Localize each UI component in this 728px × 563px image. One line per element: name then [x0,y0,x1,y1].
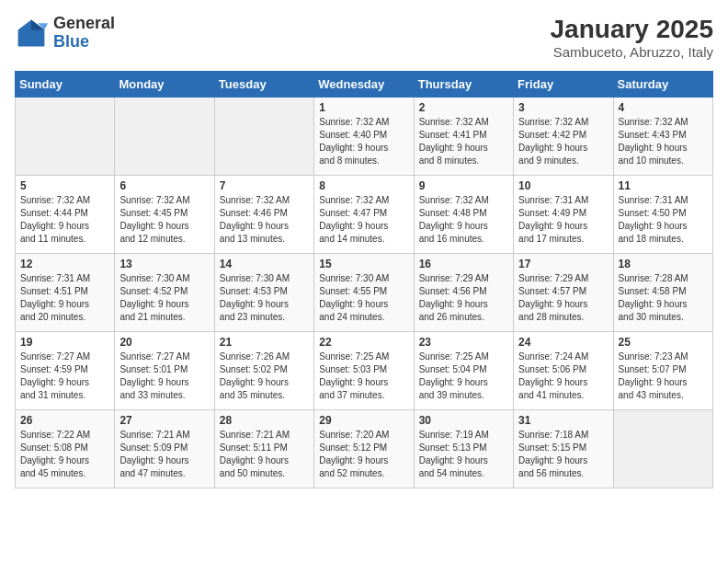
calendar-empty-cell [613,410,712,488]
calendar-header-row: SundayMondayTuesdayWednesdayThursdayFrid… [16,72,713,98]
day-number: 7 [220,179,309,192]
day-number: 29 [319,414,408,427]
day-number: 6 [119,179,209,192]
day-number: 5 [20,179,109,192]
day-number: 22 [319,336,408,349]
day-info-text: Sunrise: 7:32 AM Sunset: 4:43 PM Dayligh… [619,116,708,167]
day-number: 20 [119,336,209,349]
weekday-header-thursday: Thursday [414,72,513,98]
day-number: 13 [119,258,209,270]
calendar-day-30: 30Sunrise: 7:19 AM Sunset: 5:13 PM Dayli… [414,410,513,488]
calendar-day-9: 9Sunrise: 7:32 AM Sunset: 4:48 PM Daylig… [414,176,513,254]
calendar-day-24: 24Sunrise: 7:24 AM Sunset: 5:06 PM Dayli… [514,332,613,410]
day-number: 24 [518,336,608,349]
day-info-text: Sunrise: 7:32 AM Sunset: 4:47 PM Dayligh… [319,194,408,246]
day-number: 30 [419,414,508,427]
day-info-text: Sunrise: 7:21 AM Sunset: 5:09 PM Dayligh… [119,429,209,480]
calendar-day-29: 29Sunrise: 7:20 AM Sunset: 5:12 PM Dayli… [314,410,414,488]
calendar-day-16: 16Sunrise: 7:29 AM Sunset: 4:56 PM Dayli… [414,254,513,332]
day-number: 19 [20,336,109,349]
weekday-header-tuesday: Tuesday [214,72,313,98]
day-info-text: Sunrise: 7:32 AM Sunset: 4:42 PM Dayligh… [518,116,608,167]
calendar-day-11: 11Sunrise: 7:31 AM Sunset: 4:50 PM Dayli… [613,176,712,254]
day-info-text: Sunrise: 7:25 AM Sunset: 5:03 PM Dayligh… [319,350,408,402]
day-info-text: Sunrise: 7:27 AM Sunset: 4:59 PM Dayligh… [20,350,109,402]
day-info-text: Sunrise: 7:28 AM Sunset: 4:58 PM Dayligh… [619,272,708,324]
day-info-text: Sunrise: 7:32 AM Sunset: 4:44 PM Dayligh… [20,194,109,246]
day-number: 27 [119,414,209,427]
day-number: 26 [20,414,109,427]
day-info-text: Sunrise: 7:31 AM Sunset: 4:49 PM Dayligh… [518,194,608,246]
day-number: 9 [419,179,508,192]
calendar-empty-cell [16,98,115,176]
page-header: General Blue January 2025 Sambuceto, Abr… [15,15,713,60]
day-info-text: Sunrise: 7:32 AM Sunset: 4:46 PM Dayligh… [220,194,309,246]
day-number: 11 [619,179,708,192]
day-info-text: Sunrise: 7:24 AM Sunset: 5:06 PM Dayligh… [518,350,608,402]
calendar-day-15: 15Sunrise: 7:30 AM Sunset: 4:55 PM Dayli… [314,254,414,332]
calendar-day-19: 19Sunrise: 7:27 AM Sunset: 4:59 PM Dayli… [16,332,115,410]
calendar-day-5: 5Sunrise: 7:32 AM Sunset: 4:44 PM Daylig… [16,176,115,254]
weekday-header-wednesday: Wednesday [314,72,414,98]
weekday-header-sunday: Sunday [16,72,115,98]
day-info-text: Sunrise: 7:25 AM Sunset: 5:04 PM Dayligh… [419,350,508,402]
calendar-day-4: 4Sunrise: 7:32 AM Sunset: 4:43 PM Daylig… [613,98,712,176]
day-info-text: Sunrise: 7:32 AM Sunset: 4:41 PM Dayligh… [419,116,508,167]
day-info-text: Sunrise: 7:31 AM Sunset: 4:50 PM Dayligh… [619,194,708,246]
calendar-week-row: 19Sunrise: 7:27 AM Sunset: 4:59 PM Dayli… [16,332,713,410]
day-number: 23 [419,336,508,349]
calendar-day-27: 27Sunrise: 7:21 AM Sunset: 5:09 PM Dayli… [115,410,214,488]
calendar-day-23: 23Sunrise: 7:25 AM Sunset: 5:04 PM Dayli… [414,332,513,410]
day-number: 25 [619,336,708,349]
logo-text: General Blue [53,15,115,52]
logo-general: General [53,14,115,32]
calendar-day-12: 12Sunrise: 7:31 AM Sunset: 4:51 PM Dayli… [16,254,115,332]
calendar-day-6: 6Sunrise: 7:32 AM Sunset: 4:45 PM Daylig… [115,176,214,254]
calendar-day-21: 21Sunrise: 7:26 AM Sunset: 5:02 PM Dayli… [214,332,313,410]
day-info-text: Sunrise: 7:19 AM Sunset: 5:13 PM Dayligh… [419,429,508,480]
calendar-week-row: 1Sunrise: 7:32 AM Sunset: 4:40 PM Daylig… [16,98,713,176]
day-number: 10 [518,179,608,192]
day-info-text: Sunrise: 7:32 AM Sunset: 4:40 PM Dayligh… [319,116,408,167]
calendar-week-row: 5Sunrise: 7:32 AM Sunset: 4:44 PM Daylig… [16,176,713,254]
day-number: 18 [619,258,708,270]
calendar-day-10: 10Sunrise: 7:31 AM Sunset: 4:49 PM Dayli… [514,176,613,254]
calendar-day-7: 7Sunrise: 7:32 AM Sunset: 4:46 PM Daylig… [214,176,313,254]
title-block: January 2025 Sambuceto, Abruzzo, Italy [551,15,713,60]
day-number: 8 [319,179,408,192]
calendar-day-1: 1Sunrise: 7:32 AM Sunset: 4:40 PM Daylig… [314,98,414,176]
day-info-text: Sunrise: 7:23 AM Sunset: 5:07 PM Dayligh… [619,350,708,402]
calendar-day-2: 2Sunrise: 7:32 AM Sunset: 4:41 PM Daylig… [414,98,513,176]
day-info-text: Sunrise: 7:22 AM Sunset: 5:08 PM Dayligh… [20,429,109,480]
day-number: 1 [319,101,408,114]
day-info-text: Sunrise: 7:27 AM Sunset: 5:01 PM Dayligh… [119,350,209,402]
day-info-text: Sunrise: 7:20 AM Sunset: 5:12 PM Dayligh… [319,429,408,480]
calendar-day-17: 17Sunrise: 7:29 AM Sunset: 4:57 PM Dayli… [514,254,613,332]
day-info-text: Sunrise: 7:31 AM Sunset: 4:51 PM Dayligh… [20,272,109,324]
calendar-day-14: 14Sunrise: 7:30 AM Sunset: 4:53 PM Dayli… [214,254,313,332]
day-info-text: Sunrise: 7:21 AM Sunset: 5:11 PM Dayligh… [220,429,309,480]
day-number: 2 [419,101,508,114]
day-number: 16 [419,258,508,270]
calendar-day-31: 31Sunrise: 7:18 AM Sunset: 5:15 PM Dayli… [514,410,613,488]
calendar-week-row: 26Sunrise: 7:22 AM Sunset: 5:08 PM Dayli… [16,410,713,488]
day-number: 28 [220,414,309,427]
day-number: 14 [220,258,309,270]
day-info-text: Sunrise: 7:32 AM Sunset: 4:45 PM Dayligh… [119,194,209,246]
weekday-header-monday: Monday [115,72,214,98]
calendar-day-25: 25Sunrise: 7:23 AM Sunset: 5:07 PM Dayli… [613,332,712,410]
calendar-day-8: 8Sunrise: 7:32 AM Sunset: 4:47 PM Daylig… [314,176,414,254]
day-number: 4 [619,101,708,114]
day-info-text: Sunrise: 7:29 AM Sunset: 4:57 PM Dayligh… [518,272,608,324]
calendar-empty-cell [214,98,313,176]
day-info-text: Sunrise: 7:29 AM Sunset: 4:56 PM Dayligh… [419,272,508,324]
day-info-text: Sunrise: 7:32 AM Sunset: 4:48 PM Dayligh… [419,194,508,246]
day-info-text: Sunrise: 7:26 AM Sunset: 5:02 PM Dayligh… [220,350,309,402]
day-info-text: Sunrise: 7:30 AM Sunset: 4:53 PM Dayligh… [220,272,309,324]
day-info-text: Sunrise: 7:18 AM Sunset: 5:15 PM Dayligh… [518,429,608,480]
calendar-day-26: 26Sunrise: 7:22 AM Sunset: 5:08 PM Dayli… [16,410,115,488]
calendar-day-20: 20Sunrise: 7:27 AM Sunset: 5:01 PM Dayli… [115,332,214,410]
day-number: 3 [518,101,608,114]
calendar-day-18: 18Sunrise: 7:28 AM Sunset: 4:58 PM Dayli… [613,254,712,332]
calendar-week-row: 12Sunrise: 7:31 AM Sunset: 4:51 PM Dayli… [16,254,713,332]
